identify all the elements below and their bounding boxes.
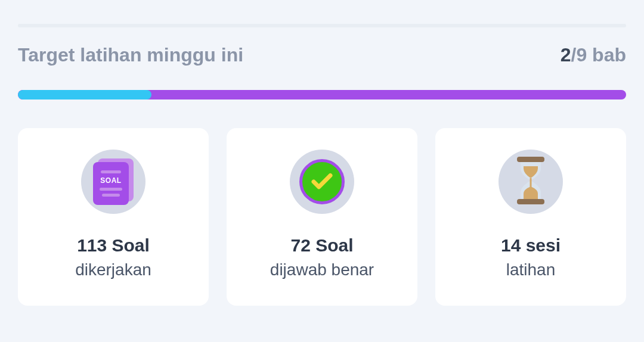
check-icon: [299, 159, 345, 204]
svg-rect-0: [517, 157, 544, 162]
sesi-latihan-label: latihan: [506, 260, 556, 279]
soal-dikerjakan-label: dikerjakan: [75, 260, 151, 279]
header: Target latihan minggu ini 2/9 bab: [18, 44, 626, 66]
stats-cards: SOAL 113 Soal dikerjakan 72 Soal dijawab…: [18, 128, 626, 306]
card-soal-dikerjakan: SOAL 113 Soal dikerjakan: [18, 128, 209, 306]
card-soal-benar: 72 Soal dijawab benar: [227, 128, 417, 306]
sesi-latihan-value: 14 sesi: [501, 235, 561, 256]
hourglass-icon-container: [499, 150, 563, 214]
progress-fill: [18, 90, 151, 100]
top-divider: [18, 24, 626, 27]
progress-bar: [18, 90, 626, 100]
check-icon-container: [290, 150, 354, 214]
soal-icon-text: SOAL: [100, 176, 121, 185]
hourglass-icon: [513, 157, 548, 207]
soal-icon-container: SOAL: [81, 150, 145, 214]
svg-rect-2: [530, 178, 532, 188]
soal-icon: SOAL: [93, 158, 134, 205]
progress-current: 2: [561, 44, 571, 66]
progress-count: 2/9 bab: [561, 44, 626, 66]
weekly-target-title: Target latihan minggu ini: [18, 44, 243, 66]
soal-benar-label: dijawab benar: [270, 260, 374, 279]
svg-rect-1: [517, 199, 544, 204]
soal-dikerjakan-value: 113 Soal: [77, 235, 150, 256]
soal-benar-value: 72 Soal: [290, 235, 353, 256]
progress-total: /9 bab: [571, 44, 626, 66]
card-sesi-latihan: 14 sesi latihan: [435, 128, 626, 306]
